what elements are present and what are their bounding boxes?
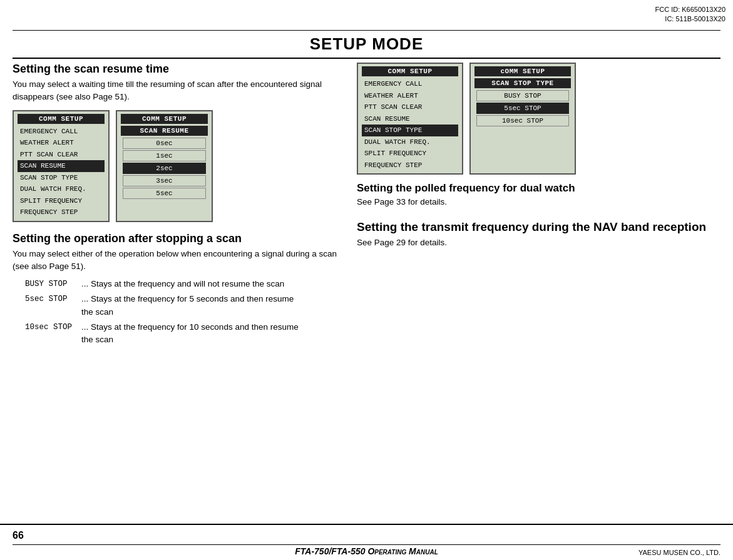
lcd1-item-6: SPLIT FREQUENCY	[18, 195, 105, 207]
right-heading-1: Setting the polled frequency for dual wa…	[357, 182, 720, 195]
lcd3-item-7: FREQUENCY STEP	[362, 160, 458, 171]
stop-desc-5sec: ... Stays at the frequency for 5 seconds…	[81, 293, 307, 318]
lcd2-subtitle: SCAN RESUME	[121, 126, 208, 136]
lcd3-item-2: PTT SCAN CLEAR	[362, 101, 458, 113]
lcd-scan-resume: COMM SETUP SCAN RESUME 0sec 1sec 2sec 3s…	[116, 110, 213, 222]
lcd4-item-1: 5sec STOP	[476, 103, 569, 114]
stop-desc-busy: ... Stays at the frequency and will not …	[81, 278, 284, 290]
lcd2-item-1: 1sec	[123, 150, 206, 161]
left-column: Setting the scan resume time You may sel…	[13, 63, 344, 522]
stop-entry-5sec: 5sec STOP ... Stays at the frequency for…	[25, 293, 344, 318]
lcd1-item-4: SCAN STOP TYPE	[18, 172, 105, 184]
section2-heading: Setting the operation after stopping a s…	[13, 232, 344, 245]
page-number: 66	[13, 530, 24, 541]
footer-title: FTA-750/FTA-550 Operating Manual	[0, 546, 733, 556]
footer: 66 FTA-750/FTA-550 Operating Manual YAES…	[0, 524, 733, 560]
footer-title-text: FTA-750/FTA-550 Operating Manual	[295, 546, 438, 556]
lcd2-title: COMM SETUP	[121, 114, 208, 124]
lcd3-item-3: SCAN RESUME	[362, 113, 458, 125]
section2: Setting the operation after stopping a s…	[13, 232, 344, 347]
fcc-line2: IC: 511B-50013X20	[655, 14, 725, 24]
section1-body: You may select a waiting time till the r…	[13, 78, 344, 104]
lcd4-item-0: BUSY STOP	[476, 90, 569, 101]
lcd3-item-6: SPLIT FREQUENCY	[362, 148, 458, 160]
right-body-1: See Page 33 for details.	[357, 196, 720, 208]
right-heading-2: Setting the transmit frequency during th…	[357, 220, 720, 235]
fcc-line1: FCC ID: K6650013X20	[655, 5, 725, 14]
scan-stop-screens: COMM SETUP EMERGENCY CALL WEATHER ALERT …	[357, 63, 720, 175]
lcd4-title: cOMM SETUP	[474, 66, 571, 76]
stop-entry-10sec: 10sec STOP ... Stays at the frequency fo…	[25, 321, 344, 347]
lcd2-item-3: 3sec	[123, 175, 206, 186]
footer-divider	[13, 544, 720, 545]
lcd1-item-1: WEATHER ALERT	[18, 137, 105, 149]
lcd-scan-stop-type: cOMM SETUP SCAN STOP TYPE BUSY STOP 5sec…	[469, 63, 576, 175]
lcd3-item-1: WEATHER ALERT	[362, 90, 458, 102]
lcd4-item-2: 10sec STOP	[476, 115, 569, 126]
top-divider	[13, 30, 720, 31]
lcd1-title: COMM SETUP	[18, 114, 105, 124]
stop-label-busy: BUSY STOP	[25, 278, 81, 290]
section2-body: You may select either of the operation b…	[13, 248, 344, 273]
lcd1-item-3: SCAN RESUME	[18, 160, 105, 172]
lcd3-item-0: EMERGENCY CALL	[362, 78, 458, 90]
yaesu-credit: YAESU MUSEN CO., LTD.	[638, 549, 720, 556]
stop-label-10sec: 10sec STOP	[25, 321, 81, 347]
lcd1-item-2: PTT SCAN CLEAR	[18, 149, 105, 161]
main-content: Setting the scan resume time You may sel…	[13, 63, 720, 522]
right-section-1: Setting the polled frequency for dual wa…	[357, 182, 720, 208]
title-divider	[13, 58, 720, 59]
lcd3-item-5: DUAL WATCH FREQ.	[362, 136, 458, 148]
lcd-comm-setup-1: COMM SETUP EMERGENCY CALL WEATHER ALERT …	[13, 110, 110, 222]
lcd2-item-0: 0sec	[123, 138, 206, 149]
title-setup: SETUP M	[310, 34, 386, 53]
lcd-comm-setup-3: COMM SETUP EMERGENCY CALL WEATHER ALERT …	[357, 63, 463, 175]
lcd4-subtitle: SCAN STOP TYPE	[474, 78, 571, 88]
lcd2-item-4: 5sec	[123, 188, 206, 199]
title-mode: ODE	[386, 34, 423, 53]
scan-resume-screens: COMM SETUP EMERGENCY CALL WEATHER ALERT …	[13, 110, 344, 222]
right-section-2: Setting the transmit frequency during th…	[357, 220, 720, 249]
lcd1-item-0: EMERGENCY CALL	[18, 126, 105, 138]
right-column: COMM SETUP EMERGENCY CALL WEATHER ALERT …	[344, 63, 720, 522]
lcd3-item-4: SCAN STOP TYPE	[362, 125, 458, 136]
stop-entry-busy: BUSY STOP ... Stays at the frequency and…	[25, 278, 344, 290]
right-body-2: See Page 29 for details.	[357, 237, 720, 249]
stop-entries: BUSY STOP ... Stays at the frequency and…	[25, 278, 344, 346]
lcd3-title: COMM SETUP	[362, 66, 458, 76]
lcd1-item-5: DUAL WATCH FREQ.	[18, 183, 105, 195]
section1-heading: Setting the scan resume time	[13, 63, 344, 76]
fcc-info: FCC ID: K6650013X20 IC: 511B-50013X20	[655, 5, 725, 24]
stop-label-5sec: 5sec STOP	[25, 293, 81, 318]
page-title: SETUP MODE	[0, 34, 733, 54]
lcd1-item-7: FREQUENCY STEP	[18, 206, 105, 218]
stop-desc-10sec: ... Stays at the frequency for 10 second…	[81, 321, 307, 347]
lcd2-item-2: 2sec	[123, 163, 206, 174]
